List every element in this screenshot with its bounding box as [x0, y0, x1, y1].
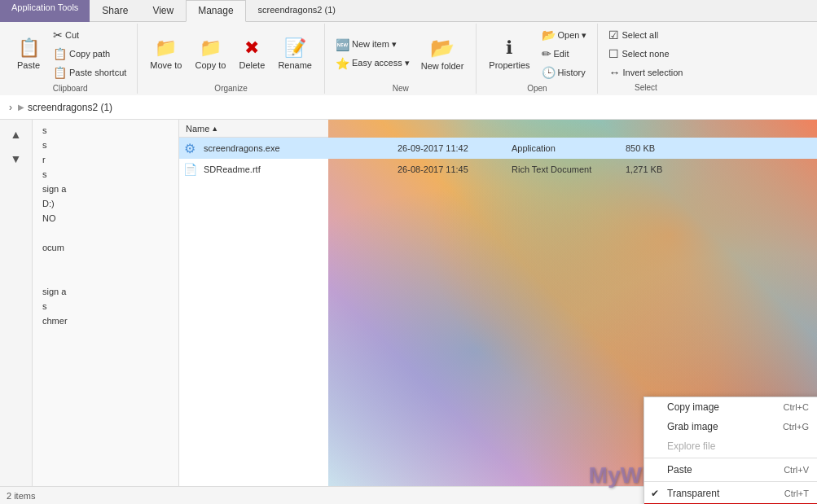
- left-panel-item[interactable]: NO: [33, 211, 178, 226]
- ribbon-group-new: 🆕 New item ▾ ⭐ Easy access ▾ 📂 New folde…: [325, 24, 477, 94]
- left-panel-item[interactable]: s: [33, 167, 178, 182]
- left-panel-item[interactable]: s: [33, 138, 178, 152]
- edit-button[interactable]: ✏ Edit: [538, 45, 591, 63]
- left-panel-item[interactable]: D:): [33, 196, 178, 211]
- open-icon: 📂: [542, 28, 556, 42]
- address-bar: › ▶ screendragons2 (1): [0, 95, 817, 120]
- rename-button[interactable]: 📝 Rename: [272, 25, 318, 82]
- invert-selection-icon: ↔: [608, 66, 620, 79]
- ribbon-group-organize: 📁 Move to 📁 Copy to ✖ Delete 📝 Rename Or…: [138, 24, 325, 94]
- file-row-rtf[interactable]: 📄 SDReadme.rtf 26-08-2017 11:45 Rich Tex…: [179, 159, 817, 180]
- paste-shortcut-icon: 📋: [53, 66, 67, 79]
- context-menu-sep-1: [644, 458, 817, 458]
- sidebar-nav: ▲ ▼: [0, 120, 33, 504]
- left-panel-item[interactable]: r: [33, 152, 178, 167]
- organize-label: Organize: [214, 82, 248, 93]
- context-menu-copy-image[interactable]: Copy image Ctrl+C: [644, 397, 817, 417]
- context-menu: Copy image Ctrl+C Grab image Ctrl+G Expl…: [643, 397, 817, 504]
- left-panel-item[interactable]: chmer: [33, 313, 178, 328]
- left-panel-item[interactable]: ocum: [33, 240, 178, 255]
- nav-up-btn[interactable]: ▲: [5, 123, 28, 146]
- ribbon-group-open: ℹ Properties 📂 Open ▾ ✏ Edit 🕒 History: [477, 24, 598, 94]
- paste-button[interactable]: 📋 Paste: [10, 25, 47, 82]
- left-panel: s s r s sign a D:) NO ocum sign a s: [33, 120, 179, 504]
- cut-icon: ✂: [53, 28, 63, 42]
- new-item-icon: 🆕: [336, 38, 349, 51]
- ribbon-tabs-row: Application Tools Share View Manage scre…: [0, 0, 817, 22]
- edit-icon: ✏: [542, 47, 551, 60]
- clipboard-label: Clipboard: [53, 82, 88, 93]
- history-button[interactable]: 🕒 History: [538, 64, 591, 81]
- move-to-button[interactable]: 📁 Move to: [144, 25, 187, 82]
- file-rows: ⚙ screendragons.exe 26-09-2017 11:42 App…: [179, 138, 817, 180]
- ribbon-group-select: ☑ Select all ☐ Select none ↔ Invert sele…: [598, 24, 693, 94]
- left-panel-item[interactable]: sign a: [33, 182, 178, 196]
- copy-path-button[interactable]: 📋 Copy path: [49, 45, 130, 63]
- left-panel-item[interactable]: s: [33, 299, 178, 313]
- left-panel-item[interactable]: sign a: [33, 284, 178, 299]
- tab-application-tools[interactable]: Application Tools: [0, 0, 90, 22]
- paste-shortcut-button[interactable]: 📋 Paste shortcut: [49, 64, 130, 81]
- transparent-checkmark: ✔: [651, 488, 659, 499]
- select-all-button[interactable]: ☑ Select all: [604, 26, 687, 44]
- rtf-icon: 📄: [182, 162, 197, 177]
- tab-view[interactable]: View: [140, 0, 186, 21]
- context-menu-grab-image[interactable]: Grab image Ctrl+G: [644, 417, 817, 436]
- context-menu-transparent[interactable]: ✔ Transparent Ctrl+T: [644, 484, 817, 503]
- properties-button[interactable]: ℹ Properties: [483, 25, 535, 82]
- open-button[interactable]: 📂 Open ▾: [538, 26, 591, 44]
- properties-icon: ℹ: [506, 37, 512, 59]
- tab-manage[interactable]: Manage: [186, 0, 245, 22]
- new-label: New: [393, 82, 409, 93]
- nav-down-btn[interactable]: ▼: [5, 147, 28, 170]
- left-panel-item[interactable]: [33, 270, 178, 284]
- open-label: Open: [527, 82, 547, 93]
- left-panel-item[interactable]: [33, 255, 178, 270]
- easy-access-icon: ⭐: [336, 57, 349, 70]
- new-item-button[interactable]: 🆕 New item ▾: [332, 36, 414, 54]
- cut-button[interactable]: ✂ Cut: [49, 26, 130, 44]
- rename-icon: 📝: [284, 37, 306, 59]
- context-menu-explore-file[interactable]: Explore file: [644, 436, 817, 456]
- delete-icon: ✖: [244, 37, 259, 59]
- tab-share[interactable]: Share: [90, 0, 140, 21]
- paste-icon: 📋: [18, 37, 40, 59]
- new-folder-button[interactable]: 📂 New folder: [415, 25, 470, 82]
- left-panel-item[interactable]: s: [33, 123, 178, 138]
- easy-access-button[interactable]: ⭐ Easy access ▾: [332, 55, 414, 72]
- ribbon: 📋 Paste ✂ Cut 📋 Copy path 📋 Paste shortc…: [0, 22, 817, 95]
- main-layout: ▲ ▼ s s r s sign a D:) NO ocum: [0, 120, 817, 504]
- new-folder-icon: 📂: [430, 37, 455, 59]
- invert-selection-button[interactable]: ↔ Invert selection: [604, 64, 687, 81]
- move-to-icon: 📁: [155, 37, 177, 59]
- select-none-button[interactable]: ☐ Select none: [604, 45, 687, 63]
- copy-path-icon: 📋: [53, 47, 67, 60]
- select-label: Select: [635, 81, 657, 92]
- file-area: Name ▲ Date modified Type Size ⚙ screend…: [179, 120, 817, 504]
- exe-icon: ⚙: [182, 141, 197, 156]
- normal-tabs: Share View Manage screendragons2 (1): [90, 0, 817, 22]
- select-all-icon: ☑: [608, 28, 619, 42]
- copy-to-icon: 📁: [200, 37, 222, 59]
- context-menu-paste[interactable]: Paste Ctrl+V: [644, 460, 817, 480]
- back-button[interactable]: ›: [7, 102, 15, 113]
- left-panel-item[interactable]: [33, 226, 178, 240]
- context-menu-sep-2: [644, 481, 817, 482]
- ribbon-group-clipboard: 📋 Paste ✂ Cut 📋 Copy path 📋 Paste shortc…: [3, 24, 138, 94]
- breadcrumb: screendragons2 (1): [28, 102, 112, 113]
- select-none-icon: ☐: [608, 47, 619, 60]
- file-row-exe[interactable]: ⚙ screendragons.exe 26-09-2017 11:42 App…: [179, 138, 817, 159]
- tab-active-screendragons[interactable]: screendragons2 (1): [246, 0, 348, 21]
- history-icon: 🕒: [542, 66, 556, 79]
- copy-to-button[interactable]: 📁 Copy to: [189, 25, 231, 82]
- delete-button[interactable]: ✖ Delete: [233, 25, 270, 82]
